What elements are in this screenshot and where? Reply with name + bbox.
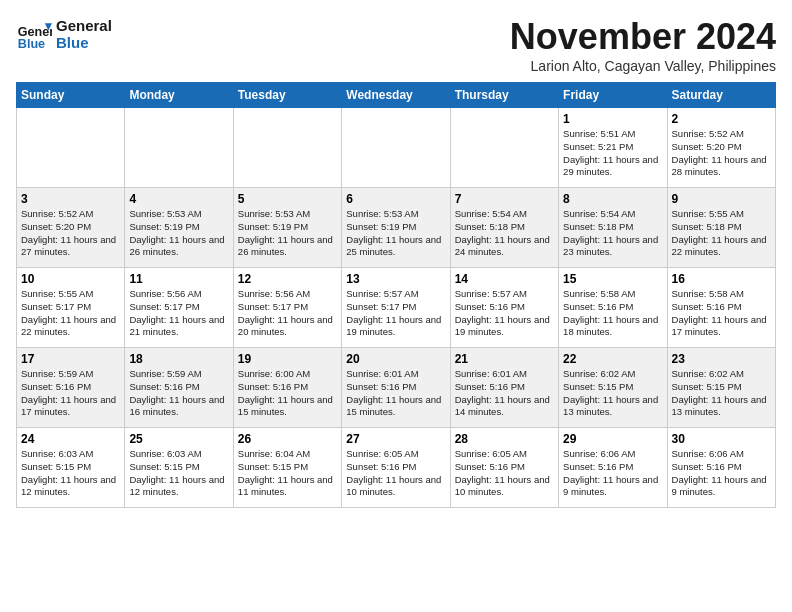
day-number: 8 bbox=[563, 192, 662, 206]
day-cell: 29Sunrise: 6:06 AM Sunset: 5:16 PM Dayli… bbox=[559, 428, 667, 508]
day-cell: 10Sunrise: 5:55 AM Sunset: 5:17 PM Dayli… bbox=[17, 268, 125, 348]
day-cell: 23Sunrise: 6:02 AM Sunset: 5:15 PM Dayli… bbox=[667, 348, 775, 428]
day-number: 17 bbox=[21, 352, 120, 366]
week-row-1: 3Sunrise: 5:52 AM Sunset: 5:20 PM Daylig… bbox=[17, 188, 776, 268]
day-number: 18 bbox=[129, 352, 228, 366]
day-info: Sunrise: 6:01 AM Sunset: 5:16 PM Dayligh… bbox=[455, 368, 554, 419]
svg-text:Blue: Blue bbox=[18, 37, 45, 51]
day-cell bbox=[17, 108, 125, 188]
col-header-tuesday: Tuesday bbox=[233, 83, 341, 108]
day-number: 4 bbox=[129, 192, 228, 206]
logo-icon: General Blue bbox=[16, 16, 52, 52]
day-number: 30 bbox=[672, 432, 771, 446]
day-number: 20 bbox=[346, 352, 445, 366]
day-cell: 27Sunrise: 6:05 AM Sunset: 5:16 PM Dayli… bbox=[342, 428, 450, 508]
week-row-4: 24Sunrise: 6:03 AM Sunset: 5:15 PM Dayli… bbox=[17, 428, 776, 508]
day-cell: 4Sunrise: 5:53 AM Sunset: 5:19 PM Daylig… bbox=[125, 188, 233, 268]
day-cell: 20Sunrise: 6:01 AM Sunset: 5:16 PM Dayli… bbox=[342, 348, 450, 428]
logo-line1: General bbox=[56, 17, 112, 34]
day-info: Sunrise: 5:55 AM Sunset: 5:18 PM Dayligh… bbox=[672, 208, 771, 259]
day-info: Sunrise: 5:52 AM Sunset: 5:20 PM Dayligh… bbox=[21, 208, 120, 259]
col-header-sunday: Sunday bbox=[17, 83, 125, 108]
day-info: Sunrise: 6:03 AM Sunset: 5:15 PM Dayligh… bbox=[129, 448, 228, 499]
day-number: 28 bbox=[455, 432, 554, 446]
col-header-thursday: Thursday bbox=[450, 83, 558, 108]
day-number: 7 bbox=[455, 192, 554, 206]
col-header-wednesday: Wednesday bbox=[342, 83, 450, 108]
day-cell bbox=[342, 108, 450, 188]
day-cell: 28Sunrise: 6:05 AM Sunset: 5:16 PM Dayli… bbox=[450, 428, 558, 508]
day-info: Sunrise: 5:54 AM Sunset: 5:18 PM Dayligh… bbox=[455, 208, 554, 259]
day-number: 10 bbox=[21, 272, 120, 286]
day-number: 22 bbox=[563, 352, 662, 366]
day-number: 26 bbox=[238, 432, 337, 446]
week-row-0: 1Sunrise: 5:51 AM Sunset: 5:21 PM Daylig… bbox=[17, 108, 776, 188]
day-cell: 26Sunrise: 6:04 AM Sunset: 5:15 PM Dayli… bbox=[233, 428, 341, 508]
day-info: Sunrise: 6:02 AM Sunset: 5:15 PM Dayligh… bbox=[563, 368, 662, 419]
col-header-monday: Monday bbox=[125, 83, 233, 108]
day-number: 2 bbox=[672, 112, 771, 126]
day-info: Sunrise: 5:53 AM Sunset: 5:19 PM Dayligh… bbox=[346, 208, 445, 259]
day-number: 11 bbox=[129, 272, 228, 286]
day-info: Sunrise: 5:59 AM Sunset: 5:16 PM Dayligh… bbox=[129, 368, 228, 419]
day-info: Sunrise: 6:06 AM Sunset: 5:16 PM Dayligh… bbox=[563, 448, 662, 499]
day-number: 25 bbox=[129, 432, 228, 446]
day-number: 6 bbox=[346, 192, 445, 206]
day-number: 14 bbox=[455, 272, 554, 286]
day-info: Sunrise: 5:51 AM Sunset: 5:21 PM Dayligh… bbox=[563, 128, 662, 179]
day-info: Sunrise: 5:56 AM Sunset: 5:17 PM Dayligh… bbox=[238, 288, 337, 339]
day-cell bbox=[233, 108, 341, 188]
day-number: 27 bbox=[346, 432, 445, 446]
day-number: 12 bbox=[238, 272, 337, 286]
day-cell: 11Sunrise: 5:56 AM Sunset: 5:17 PM Dayli… bbox=[125, 268, 233, 348]
day-cell bbox=[450, 108, 558, 188]
title-area: November 2024 Larion Alto, Cagayan Valle… bbox=[510, 16, 776, 74]
logo: General Blue General Blue bbox=[16, 16, 112, 52]
day-cell: 6Sunrise: 5:53 AM Sunset: 5:19 PM Daylig… bbox=[342, 188, 450, 268]
day-number: 3 bbox=[21, 192, 120, 206]
day-cell: 15Sunrise: 5:58 AM Sunset: 5:16 PM Dayli… bbox=[559, 268, 667, 348]
header: General Blue General Blue November 2024 … bbox=[16, 16, 776, 74]
day-cell: 30Sunrise: 6:06 AM Sunset: 5:16 PM Dayli… bbox=[667, 428, 775, 508]
day-info: Sunrise: 5:57 AM Sunset: 5:17 PM Dayligh… bbox=[346, 288, 445, 339]
day-cell: 7Sunrise: 5:54 AM Sunset: 5:18 PM Daylig… bbox=[450, 188, 558, 268]
day-info: Sunrise: 6:06 AM Sunset: 5:16 PM Dayligh… bbox=[672, 448, 771, 499]
day-info: Sunrise: 6:04 AM Sunset: 5:15 PM Dayligh… bbox=[238, 448, 337, 499]
day-cell: 1Sunrise: 5:51 AM Sunset: 5:21 PM Daylig… bbox=[559, 108, 667, 188]
day-info: Sunrise: 6:05 AM Sunset: 5:16 PM Dayligh… bbox=[346, 448, 445, 499]
day-number: 13 bbox=[346, 272, 445, 286]
day-cell: 17Sunrise: 5:59 AM Sunset: 5:16 PM Dayli… bbox=[17, 348, 125, 428]
calendar-table: SundayMondayTuesdayWednesdayThursdayFrid… bbox=[16, 82, 776, 508]
day-info: Sunrise: 5:54 AM Sunset: 5:18 PM Dayligh… bbox=[563, 208, 662, 259]
day-info: Sunrise: 5:59 AM Sunset: 5:16 PM Dayligh… bbox=[21, 368, 120, 419]
day-info: Sunrise: 5:52 AM Sunset: 5:20 PM Dayligh… bbox=[672, 128, 771, 179]
day-cell: 25Sunrise: 6:03 AM Sunset: 5:15 PM Dayli… bbox=[125, 428, 233, 508]
subtitle: Larion Alto, Cagayan Valley, Philippines bbox=[510, 58, 776, 74]
day-cell: 2Sunrise: 5:52 AM Sunset: 5:20 PM Daylig… bbox=[667, 108, 775, 188]
day-info: Sunrise: 6:05 AM Sunset: 5:16 PM Dayligh… bbox=[455, 448, 554, 499]
day-cell: 21Sunrise: 6:01 AM Sunset: 5:16 PM Dayli… bbox=[450, 348, 558, 428]
day-info: Sunrise: 5:58 AM Sunset: 5:16 PM Dayligh… bbox=[672, 288, 771, 339]
day-number: 1 bbox=[563, 112, 662, 126]
day-info: Sunrise: 6:01 AM Sunset: 5:16 PM Dayligh… bbox=[346, 368, 445, 419]
day-info: Sunrise: 6:00 AM Sunset: 5:16 PM Dayligh… bbox=[238, 368, 337, 419]
day-number: 23 bbox=[672, 352, 771, 366]
day-number: 29 bbox=[563, 432, 662, 446]
day-info: Sunrise: 5:58 AM Sunset: 5:16 PM Dayligh… bbox=[563, 288, 662, 339]
day-number: 9 bbox=[672, 192, 771, 206]
day-cell: 5Sunrise: 5:53 AM Sunset: 5:19 PM Daylig… bbox=[233, 188, 341, 268]
col-header-friday: Friday bbox=[559, 83, 667, 108]
day-info: Sunrise: 6:03 AM Sunset: 5:15 PM Dayligh… bbox=[21, 448, 120, 499]
day-cell: 12Sunrise: 5:56 AM Sunset: 5:17 PM Dayli… bbox=[233, 268, 341, 348]
day-number: 5 bbox=[238, 192, 337, 206]
day-cell: 14Sunrise: 5:57 AM Sunset: 5:16 PM Dayli… bbox=[450, 268, 558, 348]
month-title: November 2024 bbox=[510, 16, 776, 58]
day-info: Sunrise: 5:53 AM Sunset: 5:19 PM Dayligh… bbox=[238, 208, 337, 259]
header-row: SundayMondayTuesdayWednesdayThursdayFrid… bbox=[17, 83, 776, 108]
day-cell bbox=[125, 108, 233, 188]
day-number: 15 bbox=[563, 272, 662, 286]
day-number: 16 bbox=[672, 272, 771, 286]
day-info: Sunrise: 5:57 AM Sunset: 5:16 PM Dayligh… bbox=[455, 288, 554, 339]
day-info: Sunrise: 5:53 AM Sunset: 5:19 PM Dayligh… bbox=[129, 208, 228, 259]
day-cell: 16Sunrise: 5:58 AM Sunset: 5:16 PM Dayli… bbox=[667, 268, 775, 348]
